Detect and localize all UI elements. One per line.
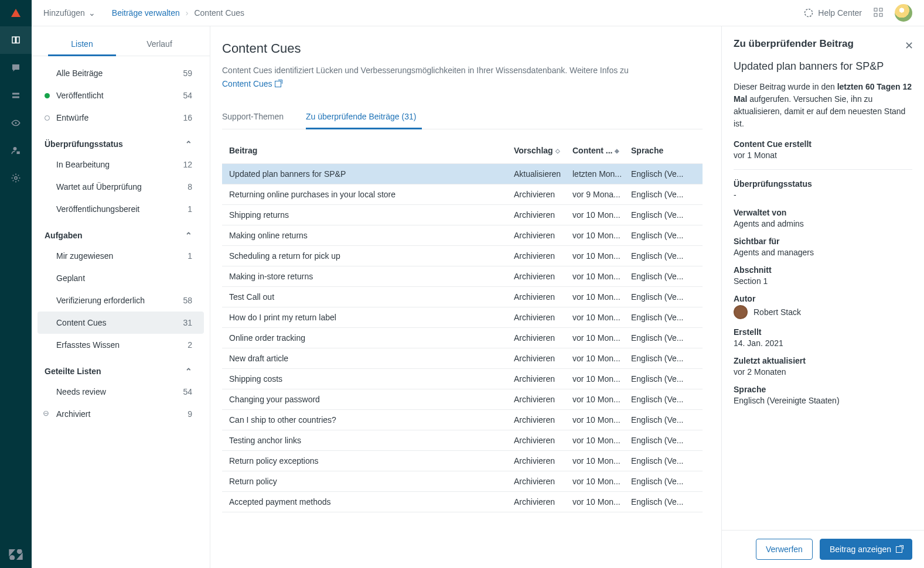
breadcrumb-sep: › xyxy=(186,8,189,18)
created-value: 14. Jan. 2021 xyxy=(734,338,912,348)
cue-created-label: Content Cue erstellt xyxy=(734,139,912,149)
table-row[interactable]: Changing your passwordArchivierenvor 10 … xyxy=(222,389,703,410)
sidebar-item-count: 1 xyxy=(187,251,192,261)
sidebar-item[interactable]: Veröffentlichungsbereit1 xyxy=(32,198,210,220)
table-row[interactable]: Return policy exceptionsArchivierenvor 1… xyxy=(222,451,703,471)
table-cell: Englisch (Ve... xyxy=(631,395,695,404)
eye-icon xyxy=(11,118,21,128)
col-beitrag[interactable]: Beitrag xyxy=(229,146,514,155)
table-row[interactable]: Test Call outArchivierenvor 10 Mon...Eng… xyxy=(222,287,703,307)
sidebar-group-heading[interactable]: Aufgaben⌃ xyxy=(32,220,210,245)
rail-item-feedback[interactable] xyxy=(0,54,32,81)
discard-button[interactable]: Verwerfen xyxy=(756,539,813,560)
sidebar-item-count: 16 xyxy=(183,113,192,122)
svg-rect-4 xyxy=(879,13,882,16)
external-link-icon xyxy=(896,546,902,553)
tab-zu-ueberpruefende[interactable]: Zu überprüfende Beiträge (31) xyxy=(306,106,416,129)
table-row[interactable]: Making online returnsArchivierenvor 10 M… xyxy=(222,225,703,246)
table-cell: Changing your password xyxy=(229,395,514,404)
table-row[interactable]: Can I ship to other countries?Archiviere… xyxy=(222,410,703,430)
sidebar-item[interactable]: Mir zugewiesen1 xyxy=(32,245,210,267)
sidebar-item-count: 58 xyxy=(183,296,192,305)
table-row[interactable]: New draft articleArchivierenvor 10 Mon..… xyxy=(222,348,703,369)
table-cell: vor 10 Mon... xyxy=(572,292,631,302)
breadcrumb-link-manage[interactable]: Beiträge verwalten xyxy=(112,8,180,18)
chevron-up-icon: ⌃ xyxy=(185,139,192,149)
table-cell: Making online returns xyxy=(229,231,514,240)
close-icon[interactable]: ✕ xyxy=(905,39,913,52)
table-row[interactable]: Return policyArchivierenvor 10 Mon...Eng… xyxy=(222,471,703,492)
brand-logo[interactable] xyxy=(0,0,32,26)
updated-label: Zuletzt aktualisiert xyxy=(734,356,912,365)
sidebar-item-label: Mir zugewiesen xyxy=(56,251,113,261)
sidebar-item-count: 2 xyxy=(187,340,192,350)
desc-text: Content Cues identifiziert Lücken und Ve… xyxy=(222,66,629,75)
tab-support-themen[interactable]: Support-Themen xyxy=(222,106,284,129)
table-cell: Archivieren xyxy=(514,210,572,220)
table-row[interactable]: Testing anchor linksArchivierenvor 10 Mo… xyxy=(222,430,703,451)
show-article-button[interactable]: Beitrag anzeigen xyxy=(820,539,912,560)
rail-item-settings[interactable] xyxy=(0,164,32,191)
sidebar-item[interactable]: Veröffentlicht54 xyxy=(32,84,210,107)
cue-created-value: vor 1 Monat xyxy=(734,150,912,160)
table-row[interactable]: Returning online purchases in your local… xyxy=(222,184,703,205)
table-row[interactable]: Making in-store returnsArchivierenvor 10… xyxy=(222,266,703,287)
help-center-link[interactable]: Help Center xyxy=(804,8,862,18)
sidebar-group-heading[interactable]: Geteilte Listen⌃ xyxy=(32,356,210,381)
table-cell: Archivieren xyxy=(514,415,572,425)
topbar: Hinzufügen Beiträge verwalten › Content … xyxy=(32,0,924,26)
sidebar-group-heading[interactable]: Überprüfungsstatus⌃ xyxy=(32,129,210,153)
table-row[interactable]: Shipping costsArchivierenvor 10 Mon...En… xyxy=(222,369,703,389)
table-cell: vor 10 Mon... xyxy=(572,374,631,384)
table-cell: Archivieren xyxy=(514,354,572,363)
table-cell: vor 10 Mon... xyxy=(572,313,631,322)
zendesk-product-switcher[interactable] xyxy=(0,541,32,568)
col-vorschlag[interactable]: Vorschlag◇ xyxy=(514,146,572,155)
apps-grid-icon[interactable] xyxy=(874,8,883,19)
col-content[interactable]: Content ...◆ xyxy=(572,146,631,155)
sidebar-item[interactable]: Wartet auf Überprüfung8 xyxy=(32,176,210,198)
table-row[interactable]: Updated plan banners for SP&PAktualisier… xyxy=(222,164,703,184)
sidebar-item-label: Veröffentlichungsbereit xyxy=(56,204,139,214)
user-avatar[interactable] xyxy=(895,4,912,22)
rail-item-arrange[interactable] xyxy=(0,81,32,109)
detail-footer: Verwerfen Beitrag anzeigen xyxy=(722,530,924,568)
rail-item-permissions[interactable] xyxy=(0,136,32,164)
sidebar-item[interactable]: Entwürfe16 xyxy=(32,107,210,129)
table-cell: Englisch (Ve... xyxy=(631,354,695,363)
sidebar-item[interactable]: Alle Beiträge59 xyxy=(32,62,210,84)
rail-item-guide[interactable] xyxy=(0,26,32,54)
section-label: Abschnitt xyxy=(734,265,912,275)
table-cell: Englisch (Ve... xyxy=(631,415,695,425)
add-dropdown[interactable]: Hinzufügen xyxy=(43,8,96,18)
sidebar-tab-listen[interactable]: Listen xyxy=(43,35,121,56)
table-row[interactable]: Online order trackingArchivierenvor 10 M… xyxy=(222,328,703,348)
svg-point-15 xyxy=(17,549,22,554)
table-cell: Englisch (Ve... xyxy=(631,210,695,220)
table-cell: vor 10 Mon... xyxy=(572,272,631,281)
svg-point-9 xyxy=(13,147,17,150)
svg-point-14 xyxy=(9,555,15,560)
table-row[interactable]: Shipping returnsArchivierenvor 10 Mon...… xyxy=(222,205,703,225)
table-cell: Test Call out xyxy=(229,292,514,302)
content-cues-help-link[interactable]: Content Cues xyxy=(222,79,281,88)
svg-point-11 xyxy=(15,176,18,179)
rail-item-moderate[interactable] xyxy=(0,109,32,136)
sidebar-item[interactable]: In Bearbeitung12 xyxy=(32,153,210,176)
table-row[interactable]: How do I print my return labelArchiviere… xyxy=(222,307,703,328)
sidebar-item[interactable]: Needs review54 xyxy=(32,381,210,403)
table-row[interactable]: Scheduling a return for pick upArchivier… xyxy=(222,246,703,266)
sidebar: Listen Verlauf Alle Beiträge59Veröffentl… xyxy=(32,0,210,568)
sidebar-item[interactable]: Geplant xyxy=(32,267,210,289)
sidebar-item[interactable]: Content Cues31 xyxy=(37,312,204,334)
col-sprache[interactable]: Sprache xyxy=(631,146,695,155)
table-cell: vor 10 Mon... xyxy=(572,436,631,445)
sidebar-tab-verlauf[interactable]: Verlauf xyxy=(121,35,198,56)
table-row[interactable]: Accepted payment methodsArchivierenvor 1… xyxy=(222,492,703,512)
sidebar-item[interactable]: Erfasstes Wissen2 xyxy=(32,334,210,356)
table-cell: Shipping returns xyxy=(229,210,514,220)
sidebar-item[interactable]: Archiviert9 xyxy=(32,403,210,425)
status-dot xyxy=(45,412,50,417)
sidebar-item[interactable]: Verifizierung erforderlich58 xyxy=(32,289,210,312)
table-cell: vor 10 Mon... xyxy=(572,456,631,466)
